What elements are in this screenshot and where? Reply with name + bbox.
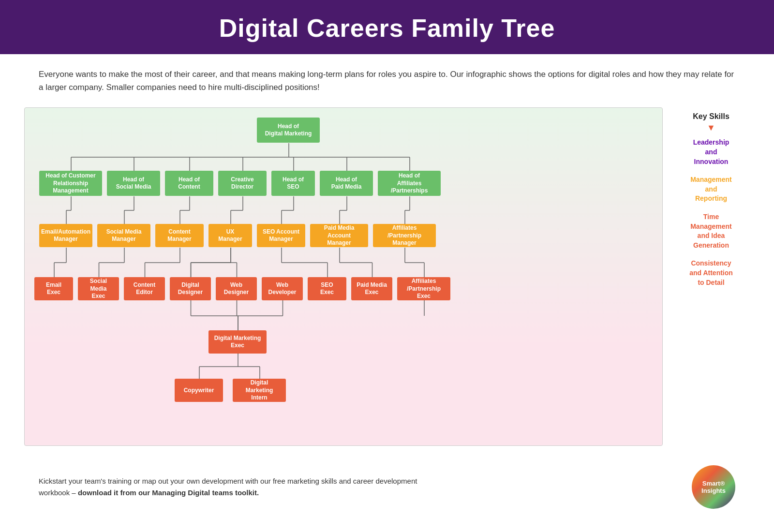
node-web-designer: WebDesigner [216, 277, 257, 300]
page-header: Digital Careers Family Tree [0, 0, 774, 54]
org-tree: Head ofDigital Marketing Head of Custome… [24, 107, 663, 446]
main-content: Head ofDigital Marketing Head of Custome… [0, 103, 774, 456]
node-head-seo: Head ofSEO [271, 171, 315, 196]
page-title: Digital Careers Family Tree [0, 14, 774, 43]
node-head-digital-marketing: Head ofDigital Marketing [257, 118, 320, 143]
node-paid-media-exec: Paid MediaExec [351, 277, 392, 300]
node-head-paid-media: Head ofPaid Media [320, 171, 373, 196]
footer-bold-text: download it from our Managing Digital te… [78, 488, 259, 497]
node-seo-account-mgr: SEO AccountManager [257, 224, 305, 247]
node-seo-exec: SEOExec [308, 277, 346, 300]
node-paid-media-account-mgr: Paid Media AccountManager [310, 224, 368, 247]
node-email-automation-mgr: Email/AutomationManager [39, 224, 92, 247]
node-affiliates-partner-mgr: Affiliates /PartnershipManager [373, 224, 436, 247]
key-skills-arrow: ▼ [672, 123, 750, 133]
node-social-exec: Social MediaExec [78, 277, 119, 300]
node-digital-marketing-exec: Digital MarketingExec [208, 330, 267, 354]
tree-lines [25, 108, 662, 445]
node-web-developer: WebDeveloper [262, 277, 303, 300]
node-creative-director: CreativeDirector [218, 171, 267, 196]
node-affiliates-partner-exec: Affiliates /PartnershipExec [397, 277, 450, 300]
node-head-content: Head ofContent [165, 171, 213, 196]
key-skill-2: ManagementandReporting [672, 175, 750, 204]
key-skill-3: TimeManagementand IdeaGeneration [672, 212, 750, 250]
logo-text: Smart®Insights [701, 480, 726, 495]
smart-insights-logo: Smart®Insights [692, 465, 735, 509]
node-content-mgr: ContentManager [155, 224, 204, 247]
key-skill-4: Consistencyand Attentionto Detail [672, 259, 750, 287]
node-head-social: Head ofSocial Media [107, 171, 160, 196]
node-head-affiliates: Head ofAffiliates /Partnerships [378, 171, 441, 196]
footer-text: Kickstart your team's training or map ou… [39, 475, 426, 499]
node-copywriter: Copywriter [175, 379, 223, 402]
node-content-editor: ContentEditor [124, 277, 165, 300]
footer: Kickstart your team's training or map ou… [0, 456, 774, 518]
key-skill-1: LeadershipandInnovation [672, 138, 750, 166]
node-digital-designer: DigitalDesigner [170, 277, 211, 300]
intro-text: Everyone wants to make the most of their… [0, 54, 774, 103]
key-skills-title: Key Skills [672, 112, 750, 121]
node-head-crm: Head of CustomerRelationship Management [39, 171, 102, 196]
node-ux-mgr: UXManager [208, 224, 252, 247]
node-email-exec: EmailExec [34, 277, 73, 300]
node-digital-marketing-intern: Digital MarketingIntern [233, 379, 286, 402]
node-social-media-mgr: Social MediaManager [97, 224, 150, 247]
key-skills-panel: Key Skills ▼ LeadershipandInnovation Man… [663, 107, 759, 446]
